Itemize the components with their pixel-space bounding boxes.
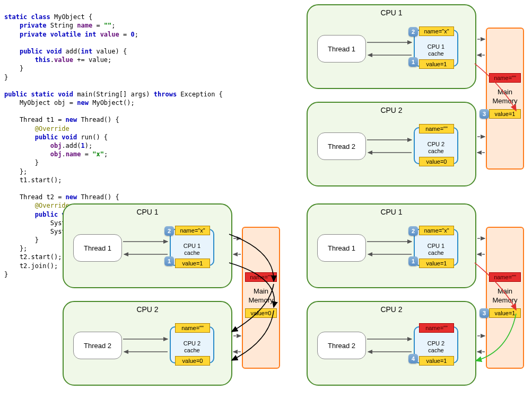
cpu1-block: CPU 1Thread 1CPU 1cachename="x"value=121 <box>307 203 476 288</box>
mem-name-var: name="" <box>489 73 521 83</box>
cpu1-value-var: value=1 <box>175 259 210 268</box>
step-badge: 2 <box>408 226 418 236</box>
main-memory-label: MainMemory <box>487 287 523 305</box>
cpu2-value-var: value=1 <box>419 356 454 366</box>
cpu2-block: CPU 2Thread 2CPU 2cachename=""value=14 <box>307 301 476 386</box>
cpu1-value-var: value=1 <box>419 59 454 69</box>
cpu2-value-var: value=0 <box>175 356 210 366</box>
mem-name-var: name="" <box>245 272 277 282</box>
step-badge: 3 <box>479 109 489 119</box>
step-badge: 1 <box>164 256 174 266</box>
cpu1-block: CPU 1Thread 1CPU 1cachename="x"value=121 <box>307 4 476 89</box>
main-memory-label: MainMemory <box>487 88 523 106</box>
step-badge: 1 <box>408 256 418 266</box>
main-memory-label: MainMemory <box>243 287 279 305</box>
cpu2-block: CPU 2Thread 2CPU 2cachename=""value=0 <box>307 102 476 186</box>
cpu2-name-var: name="" <box>419 124 454 134</box>
cpu1-name-var: name="x" <box>175 226 210 235</box>
cpu2-name-var: name="" <box>419 323 454 333</box>
cpu2-name-var: name="" <box>175 323 210 333</box>
diagram-top-right: CPU 1Thread 1CPU 1cachename="x"value=121… <box>307 4 529 195</box>
mem-value-var: value=0 <box>245 308 277 318</box>
step-badge: 2 <box>408 27 418 37</box>
cpu2-value-var: value=0 <box>419 157 454 166</box>
step-badge: 1 <box>408 57 418 67</box>
step-badge: 2 <box>164 226 174 236</box>
diagram-bottom-left: CPU 1Thread 1CPU 1cachename="x"value=121… <box>63 203 285 394</box>
mem-value-var: value=1 <box>489 308 521 318</box>
cpu1-name-var: name="x" <box>419 226 454 235</box>
cpu2-block: CPU 2Thread 2CPU 2cachename=""value=0 <box>63 301 232 386</box>
mem-name-var: name="" <box>489 272 521 282</box>
step-badge: 3 <box>479 308 489 318</box>
cpu1-value-var: value=1 <box>419 259 454 268</box>
diagram-bottom-right: CPU 1Thread 1CPU 1cachename="x"value=121… <box>307 203 529 394</box>
step-badge: 4 <box>408 354 418 363</box>
cpu1-block: CPU 1Thread 1CPU 1cachename="x"value=121 <box>63 203 232 288</box>
cpu1-name-var: name="x" <box>419 26 454 36</box>
mem-value-var: value=1 <box>489 109 521 119</box>
